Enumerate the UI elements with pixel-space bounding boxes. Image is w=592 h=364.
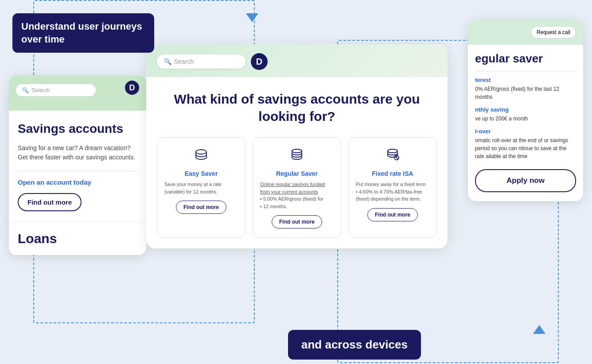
easy-saver-desc: Save your money at a rate (variable) for… [164, 181, 238, 195]
interest-title: terest [475, 77, 576, 83]
regular-saver-link[interactable]: Online regular savings funded from your … [260, 182, 325, 194]
mobile-card-footer: Loans [9, 222, 146, 255]
mobile-card-header: 🔍 Search D [9, 75, 146, 111]
right-card-header: Request a call [468, 20, 583, 45]
right-card: Request a call egular saver terest 0% AE… [468, 20, 583, 201]
rollover-section: l-over omatic roll-over at the end of ur… [475, 128, 576, 160]
arrow-down-icon [246, 13, 258, 22]
find-out-more-button[interactable]: Find out more [18, 193, 82, 211]
monthly-saving-title: nthly saving [475, 106, 576, 113]
open-account-link[interactable]: Open an account today [18, 178, 137, 186]
easy-saver-title: Easy Saver [164, 170, 238, 177]
loans-title: Loans [18, 231, 137, 246]
main-card-body: What kind of savings accounts are you lo… [146, 77, 448, 248]
fixed-rate-isa-desc: Put money away for a fixed term • 4.60% … [356, 181, 429, 203]
main-search-bar[interactable]: 🔍 Search [157, 54, 245, 69]
monthly-saving-section: nthly saving ve up to 200€ a month [475, 106, 576, 123]
search-icon: 🔍 [164, 58, 171, 65]
interest-section: terest 0% AER/gross (fixed) for the last… [475, 77, 576, 101]
regular-saver-card: Regular Saver Online regular savings fun… [253, 137, 341, 238]
easy-saver-card: Easy Saver Save your money at a rate (va… [157, 137, 245, 238]
understand-journeys-label: Understand user journeys over time [12, 13, 154, 53]
scene: Understand user journeys over time and a… [0, 0, 592, 364]
regular-saver-title: Regular Saver [260, 170, 334, 177]
apply-now-button[interactable]: Apply now [475, 169, 576, 192]
regular-saver-button[interactable]: Find out more [272, 215, 322, 228]
main-logo: D [251, 53, 268, 70]
monthly-saving-text: ve up to 200€ a month [475, 115, 576, 123]
regular-saver-desc: Online regular savings funded from your … [260, 181, 334, 210]
mobile-card-content: Savings accounts Saving for a new car? A… [9, 111, 146, 222]
fixed-rate-isa-title: Fixed rate ISA [356, 170, 429, 177]
mobile-card: 🔍 Search D Savings accounts Saving for a… [9, 75, 146, 255]
mobile-search-bar[interactable]: 🔍 Search [16, 84, 96, 96]
easy-saver-button[interactable]: Find out more [176, 201, 226, 214]
arrow-up-icon [533, 325, 545, 334]
interest-text: 0% AER/gross (fixed) for the last 12 mon… [475, 85, 576, 101]
fixed-rate-isa-button[interactable]: Find out more [367, 208, 418, 221]
main-card: 🔍 Search D What kind of savings accounts… [146, 44, 448, 248]
across-devices-label: and across devices [288, 330, 421, 360]
right-card-title: egular saver [475, 52, 576, 71]
svg-point-1 [292, 149, 302, 153]
fixed-rate-isa-card: Fixed rate ISA Put money away for a fixe… [348, 137, 437, 238]
mobile-divider [18, 171, 137, 171]
easy-saver-icon [164, 147, 238, 166]
fixed-rate-isa-icon [356, 147, 429, 166]
rollover-title: l-over [475, 128, 576, 135]
request-call-button[interactable]: Request a call [531, 26, 576, 39]
right-card-body: egular saver terest 0% AER/gross (fixed)… [468, 45, 583, 201]
mobile-card-description: Saving for a new car? A dream vacation? … [18, 143, 137, 162]
rollover-text: omatic roll-over at the end of ur saving… [475, 136, 576, 160]
mobile-logo: D [125, 81, 139, 95]
search-icon: 🔍 [22, 87, 29, 93]
savings-question: What kind of savings accounts are you lo… [157, 90, 437, 125]
savings-grid: Easy Saver Save your money at a rate (va… [157, 137, 437, 238]
svg-point-0 [196, 150, 206, 154]
mobile-card-title: Savings accounts [18, 121, 137, 136]
svg-point-2 [388, 149, 397, 153]
main-card-header: 🔍 Search D [146, 44, 448, 77]
regular-saver-icon [260, 147, 334, 166]
